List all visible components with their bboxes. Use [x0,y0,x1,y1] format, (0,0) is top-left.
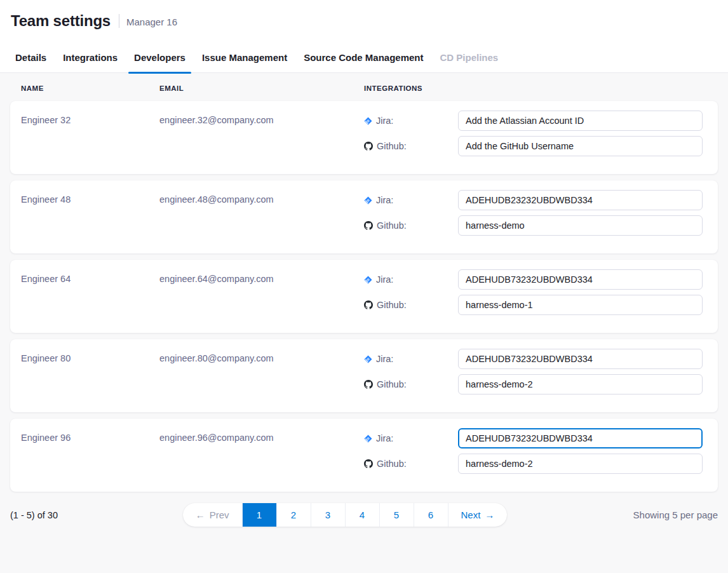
tab-cd-pipelines: CD Pipelines [432,42,507,73]
table-row: Engineer 96 engineer.96@company.com Jira… [10,419,718,492]
jira-label-text: Jira: [376,354,393,364]
developers-table: NAME EMAIL INTEGRATIONS Engineer 32 engi… [0,73,728,492]
page-subtitle: Manager 16 [126,15,177,27]
left-arrow-icon: ← [196,509,205,520]
tab-issue-management[interactable]: Issue Management [194,42,295,73]
jira-label: Jira: [364,116,458,126]
github-icon [364,380,373,389]
github-icon [364,221,373,230]
github-label-text: Github: [377,141,407,151]
per-page-text: Showing 5 per page [546,509,718,520]
jira-integration-line: Jira: [364,190,703,210]
developer-name: Engineer 96 [21,419,159,492]
github-label: Github: [364,141,458,151]
prev-label: Prev [210,509,229,520]
developer-integrations: Jira: Github: [364,101,703,174]
table-header-row: NAME EMAIL INTEGRATIONS [10,73,718,101]
developer-email: engineer.96@company.com [159,419,364,492]
tab-developers[interactable]: Developers [126,42,194,73]
developer-integrations: Jira: Github: [364,260,703,333]
tab-bar: Details Integrations Developers Issue Ma… [0,42,728,73]
jira-account-id-input[interactable] [458,428,703,448]
table-rows: Engineer 32 engineer.32@company.com Jira… [10,101,718,492]
page-button-6[interactable]: 6 [414,503,448,527]
github-icon [364,142,373,151]
right-arrow-icon: → [485,509,494,520]
jira-label-text: Jira: [376,433,393,443]
tab-details[interactable]: Details [7,42,55,73]
pager-zone: ← Prev 1 2 3 4 5 6 Next → [182,503,508,527]
pager: ← Prev 1 2 3 4 5 6 Next → [183,503,508,527]
github-label-text: Github: [377,459,407,469]
github-integration-line: Github: [364,295,703,315]
github-label-text: Github: [377,220,407,231]
jira-icon [364,276,372,284]
github-label: Github: [364,300,458,310]
table-row: Engineer 48 engineer.48@company.com Jira… [10,180,718,253]
github-username-input[interactable] [458,215,703,236]
github-label: Github: [364,220,458,231]
developer-integrations: Jira: Github: [364,339,703,412]
jira-label-text: Jira: [376,116,393,126]
developer-email: engineer.80@company.com [159,339,364,412]
jira-label-text: Jira: [376,195,393,205]
column-header-name: NAME [21,84,159,92]
column-header-integrations: INTEGRATIONS [364,84,703,92]
developer-name: Engineer 48 [21,180,159,253]
jira-icon [364,196,372,205]
prev-page-button[interactable]: ← Prev [183,503,242,527]
developer-email: engineer.64@company.com [159,260,364,333]
developer-email: engineer.48@company.com [159,180,364,253]
tab-source-code-management[interactable]: Source Code Management [295,42,431,73]
developer-name: Engineer 32 [21,101,159,174]
next-label: Next [461,509,481,520]
table-row: Engineer 32 engineer.32@company.com Jira… [10,101,718,174]
table-row: Engineer 64 engineer.64@company.com Jira… [10,260,718,333]
github-integration-line: Github: [364,136,703,156]
github-integration-line: Github: [364,215,703,236]
jira-icon [364,117,372,125]
github-icon [364,300,373,309]
developer-email: engineer.32@company.com [159,101,364,174]
developer-name: Engineer 80 [21,339,159,412]
pagination-bar: (1 - 5) of 30 ← Prev 1 2 3 4 5 6 Next → … [0,503,728,527]
developer-integrations: Jira: Github: [364,180,703,253]
page-header: Team settings Manager 16 [0,0,728,42]
tab-integrations[interactable]: Integrations [55,42,126,73]
page-button-5[interactable]: 5 [379,503,414,527]
page-button-1[interactable]: 1 [242,503,276,527]
table-row: Engineer 80 engineer.80@company.com Jira… [10,339,718,412]
jira-label: Jira: [364,195,458,205]
jira-integration-line: Jira: [364,269,703,290]
github-username-input[interactable] [458,136,703,156]
jira-account-id-input[interactable] [458,349,703,369]
page-button-4[interactable]: 4 [345,503,379,527]
developer-name: Engineer 64 [21,260,159,333]
jira-account-id-input[interactable] [458,190,703,210]
github-icon [364,459,373,468]
jira-integration-line: Jira: [364,428,703,448]
jira-label: Jira: [364,354,458,364]
column-header-email: EMAIL [159,84,364,92]
jira-icon [364,355,372,363]
jira-integration-line: Jira: [364,111,703,131]
github-label: Github: [364,459,458,469]
github-username-input[interactable] [458,454,703,474]
github-integration-line: Github: [364,454,703,474]
jira-label-text: Jira: [376,274,393,285]
github-username-input[interactable] [458,374,703,394]
title-divider [119,14,119,28]
github-username-input[interactable] [458,295,703,315]
developer-integrations: Jira: Github: [364,419,703,492]
page-title: Team settings [11,12,111,30]
page-button-3[interactable]: 3 [311,503,345,527]
pagination-range-text: (1 - 5) of 30 [10,510,182,520]
next-page-button[interactable]: Next → [448,503,508,527]
github-integration-line: Github: [364,374,703,394]
jira-label: Jira: [364,274,458,285]
jira-integration-line: Jira: [364,349,703,369]
jira-account-id-input[interactable] [458,269,703,290]
page-button-2[interactable]: 2 [276,503,311,527]
jira-account-id-input[interactable] [458,111,703,131]
jira-icon [364,435,372,443]
